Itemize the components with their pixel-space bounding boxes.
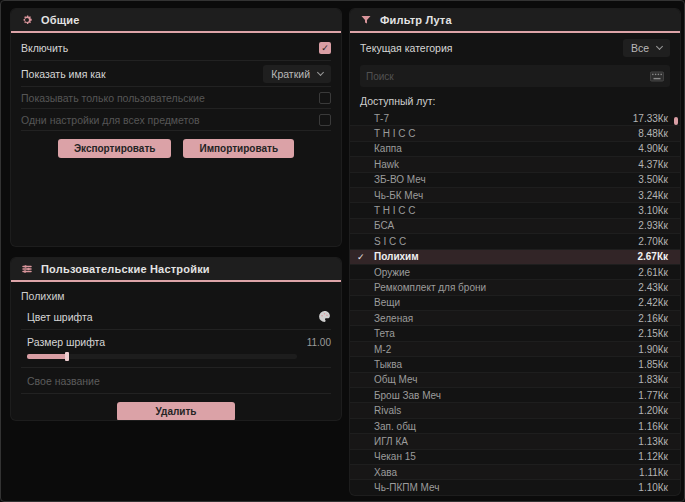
loot-item-name: Чекан 15 — [374, 451, 416, 462]
display-name-label: Показать имя как — [21, 68, 106, 80]
selected-item-name: Полихим — [11, 282, 341, 304]
loot-list-item[interactable]: ✓ Оружие 2.61Кк — [350, 265, 680, 280]
export-button[interactable]: Экспортировать — [58, 139, 172, 158]
custom-settings-header: Пользовательские Настройки — [11, 258, 341, 282]
category-row: Текущая категория Все — [360, 35, 670, 61]
loot-item-name: S I C C — [374, 236, 406, 247]
loot-filter-panel: Фильтр Лута Текущая категория Все Доступ… — [350, 9, 680, 495]
loot-list-item[interactable]: ✓ Тета 2.15Кк — [350, 326, 680, 341]
keyboard-icon[interactable] — [650, 71, 664, 82]
general-panel-title: Общие — [41, 14, 80, 26]
loot-list-item[interactable]: ✓ Хава 1.11Кк — [350, 465, 680, 480]
loot-list-item[interactable]: ✓ М-2 1.90Кк — [350, 342, 680, 357]
loot-item-price: 2.70Кк — [638, 236, 668, 247]
loot-list-item[interactable]: ✓ T H I C C 8.48Кк — [350, 126, 680, 141]
loot-list-item[interactable]: ✓ Чь-БК Меч 3.24Кк — [350, 188, 680, 203]
funnel-icon — [360, 14, 372, 26]
loot-list-item[interactable]: ✓ Т-7 17.33Кк — [350, 111, 680, 126]
loot-item-name: Полихим — [374, 251, 419, 262]
list-scrollbar-thumb[interactable] — [674, 117, 678, 125]
enable-label: Включить — [21, 42, 68, 54]
category-value: Все — [631, 42, 649, 54]
font-size-row: Размер шрифта 11.00 — [21, 330, 331, 368]
loot-list-item[interactable]: ✓ Полихим 2.67Кк — [350, 250, 680, 265]
loot-item-price: 1.20Кк — [638, 405, 668, 416]
delete-row: Удалить — [21, 394, 331, 420]
loot-item-name: Т-7 — [374, 113, 389, 124]
loot-item-name: Ремкомплект для брони — [374, 282, 486, 293]
loot-list-item[interactable]: ✓ Ремкомплект для брони 2.43Кк — [350, 280, 680, 295]
search-input[interactable] — [366, 71, 644, 82]
loot-list-item[interactable]: ✓ Каппа 4.90Кк — [350, 142, 680, 157]
loot-filter-title: Фильтр Лута — [380, 14, 452, 26]
font-size-value: 11.00 — [307, 337, 331, 348]
loot-item-price: 4.90Кк — [638, 143, 668, 154]
loot-list-item[interactable]: ✓ Rivals 1.20Кк — [350, 403, 680, 418]
loot-item-name: Rivals — [374, 405, 401, 416]
category-label: Текущая категория — [360, 42, 453, 54]
only-custom-label: Показывать только пользовательские — [21, 92, 205, 104]
general-panel-header: Общие — [11, 9, 341, 33]
loot-item-name: Брош Зав Меч — [374, 390, 441, 401]
loot-list-item[interactable]: ✓ Чекан 15 1.12Кк — [350, 450, 680, 465]
loot-item-price: 2.42Кк — [638, 297, 668, 308]
custom-name-input[interactable] — [27, 369, 331, 393]
loot-list-item[interactable]: ✓ Чь-ПКПМ Меч 1.10Кк — [350, 480, 680, 495]
loot-item-price: 1.11Кк — [639, 467, 668, 478]
loot-list-item[interactable]: ✓ Зеленая 2.16Кк — [350, 311, 680, 326]
loot-item-price: 2.93Кк — [638, 220, 668, 231]
loot-filter-header: Фильтр Лута — [350, 9, 680, 33]
display-name-dropdown[interactable]: Краткий — [263, 65, 331, 83]
loot-list-item[interactable]: ✓ Вещи 2.42Кк — [350, 296, 680, 311]
loot-item-name: T H I C C — [374, 205, 415, 216]
slider-handle[interactable] — [65, 352, 69, 361]
only-custom-row: Показывать только пользовательские — [21, 87, 331, 109]
loot-list-item[interactable]: ✓ Общ Меч 1.83Кк — [350, 373, 680, 388]
loot-list-item[interactable]: ✓ ЗБ-ВО Меч 3.50Кк — [350, 173, 680, 188]
loot-list-item[interactable]: ✓ Зап. общ 1.16Кк — [350, 419, 680, 434]
loot-item-name: Общ Меч — [374, 374, 417, 385]
loot-list-item[interactable]: ✓ T H I C C 3.10Кк — [350, 203, 680, 218]
loot-item-name: БСА — [374, 220, 394, 231]
same-settings-checkbox[interactable] — [319, 114, 331, 126]
palette-icon[interactable] — [318, 310, 331, 323]
loot-item-name: Оружие — [374, 267, 410, 278]
loot-item-price: 1.90Кк — [638, 344, 668, 355]
only-custom-checkbox[interactable] — [319, 92, 331, 104]
loot-item-price: 1.85Кк — [638, 359, 668, 370]
checkmark-icon: ✓ — [357, 252, 365, 262]
loot-item-name: Чь-ПКПМ Меч — [374, 482, 439, 493]
loot-item-name: Зап. общ — [374, 421, 416, 432]
loot-list-item[interactable]: ✓ S I C C 2.70Кк — [350, 234, 680, 249]
delete-button[interactable]: Удалить — [117, 402, 235, 420]
loot-item-price: 3.10Кк — [638, 205, 668, 216]
chevron-down-icon — [656, 43, 663, 50]
category-dropdown[interactable]: Все — [623, 39, 670, 57]
loot-item-price: 17.33Кк — [633, 113, 668, 124]
import-button[interactable]: Импортировать — [183, 139, 294, 158]
loot-list-item[interactable]: ✓ ИГЛ КА 1.13Кк — [350, 434, 680, 449]
loot-list-item[interactable]: ✓ Тыква 1.85Кк — [350, 357, 680, 372]
custom-settings-panel: Пользовательские Настройки Полихим Цвет … — [11, 258, 341, 420]
loot-item-price: 2.67Кк — [637, 251, 668, 262]
loot-list-item[interactable]: ✓ Hawk 4.37Кк — [350, 157, 680, 172]
loot-list-item[interactable]: ✓ Брош Зав Меч 1.77Кк — [350, 388, 680, 403]
search-bar — [360, 65, 670, 87]
loot-item-name: Hawk — [374, 159, 399, 170]
loot-item-price: 1.83Кк — [638, 374, 668, 385]
loot-item-name: Зеленая — [374, 313, 413, 324]
loot-item-price: 1.16Кк — [638, 421, 668, 432]
export-import-row: Экспортировать Импортировать — [21, 131, 331, 164]
loot-item-price: 3.24Кк — [638, 190, 668, 201]
loot-list: ✓ Т-7 17.33Кк ✓ T H I C C 8.48Кк ✓ Каппа… — [350, 111, 680, 495]
loot-item-price: 2.61Кк — [638, 267, 668, 278]
font-size-slider[interactable] — [27, 354, 297, 359]
loot-item-price: 1.77Кк — [638, 390, 668, 401]
loot-item-name: Чь-БК Меч — [374, 190, 423, 201]
enable-checkbox[interactable]: ✓ — [319, 42, 331, 54]
loot-item-price: 1.13Кк — [638, 436, 668, 447]
loot-item-price: 1.12Кк — [638, 451, 668, 462]
loot-list-item[interactable]: ✓ БСА 2.93Кк — [350, 219, 680, 234]
font-color-label: Цвет шрифта — [27, 311, 93, 323]
loot-item-name: Тета — [374, 328, 395, 339]
